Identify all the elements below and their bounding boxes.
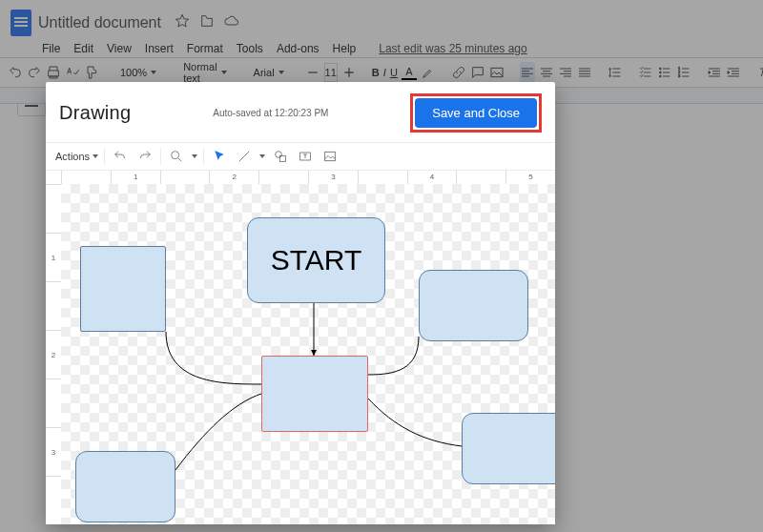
insert-link-icon[interactable]: [451, 62, 466, 83]
checklist-icon[interactable]: [638, 62, 653, 83]
drawing-toolbar: Actions: [46, 142, 555, 171]
save-and-close-button[interactable]: Save and Close: [415, 98, 537, 128]
shape-right-bottom[interactable]: [462, 413, 555, 484]
align-left-icon[interactable]: [520, 62, 535, 83]
align-center-icon[interactable]: [539, 62, 554, 83]
paragraph-style-select[interactable]: Normal text: [177, 62, 232, 83]
shape-left-bottom[interactable]: [75, 451, 175, 522]
zoom-icon[interactable]: [167, 147, 186, 166]
clear-formatting-icon[interactable]: [756, 62, 763, 83]
insert-comment-icon[interactable]: [470, 62, 485, 83]
shape-right-top[interactable]: [419, 270, 528, 341]
actions-menu[interactable]: Actions: [55, 151, 98, 162]
numbered-list-icon[interactable]: 123: [676, 62, 691, 83]
line-spacing-icon[interactable]: [608, 62, 623, 83]
indent-decrease-icon[interactable]: [707, 62, 722, 83]
drawing-title: Drawing: [59, 102, 131, 124]
bullet-list-icon[interactable]: [657, 62, 672, 83]
menu-view[interactable]: View: [107, 42, 132, 55]
menu-tools[interactable]: Tools: [237, 42, 263, 55]
svg-point-1: [659, 68, 661, 70]
image-tool-icon[interactable]: [320, 147, 340, 166]
last-edit-link[interactable]: Last edit was 25 minutes ago: [379, 42, 526, 55]
textbox-tool-icon[interactable]: [296, 147, 315, 166]
svg-point-3: [659, 75, 661, 77]
align-justify-icon[interactable]: [577, 62, 592, 83]
underline-icon[interactable]: U: [390, 62, 398, 83]
cloud-status-icon[interactable]: [224, 13, 239, 32]
star-icon[interactable]: [175, 13, 190, 32]
font-size-increase[interactable]: [341, 62, 357, 83]
svg-rect-0: [491, 68, 503, 76]
undo-icon[interactable]: [8, 62, 23, 83]
insert-image-icon[interactable]: [489, 62, 505, 83]
svg-point-8: [276, 152, 282, 158]
font-size-input[interactable]: 11: [324, 63, 338, 82]
redo-icon[interactable]: [135, 147, 155, 166]
docs-logo[interactable]: [8, 6, 34, 40]
save-close-highlight: Save and Close: [410, 93, 542, 133]
drawing-vertical-ruler[interactable]: 123: [46, 184, 62, 524]
svg-rect-11: [325, 152, 336, 160]
menu-file[interactable]: File: [42, 42, 60, 55]
move-icon[interactable]: [199, 13, 215, 32]
menu-bar: File Edit View Insert Format Tools Add-o…: [0, 40, 763, 57]
indent-increase-icon[interactable]: [726, 62, 741, 83]
drawing-canvas[interactable]: START: [61, 184, 555, 524]
select-tool-icon[interactable]: [210, 147, 229, 166]
font-size-decrease[interactable]: [305, 62, 320, 83]
zoom-select[interactable]: 100%: [114, 62, 162, 83]
drawing-horizontal-ruler[interactable]: 12345: [61, 171, 555, 185]
drawing-dialog: Drawing Auto-saved at 12:20:23 PM Save a…: [46, 82, 555, 524]
svg-point-2: [659, 72, 661, 73]
shape-start[interactable]: START: [247, 217, 385, 303]
menu-edit[interactable]: Edit: [73, 42, 93, 55]
align-right-icon[interactable]: [558, 62, 573, 83]
bold-icon[interactable]: B: [372, 62, 380, 83]
menu-help[interactable]: Help: [333, 42, 357, 55]
menu-format[interactable]: Format: [187, 42, 223, 55]
menu-insert[interactable]: Insert: [145, 42, 174, 55]
autosave-status: Auto-saved at 12:20:23 PM: [213, 108, 328, 118]
font-select[interactable]: Arial: [248, 62, 290, 83]
svg-text:3: 3: [678, 73, 681, 78]
paint-format-icon[interactable]: [84, 62, 99, 83]
highlight-color-icon[interactable]: [421, 62, 436, 83]
shape-left-top[interactable]: [80, 246, 166, 332]
line-tool-icon[interactable]: [235, 147, 254, 166]
redo-icon[interactable]: [27, 62, 42, 83]
print-icon[interactable]: [46, 62, 61, 83]
text-color-icon[interactable]: A: [402, 62, 417, 83]
svg-point-7: [172, 152, 179, 159]
undo-icon[interactable]: [111, 147, 130, 166]
document-title[interactable]: Untitled document: [38, 14, 161, 31]
italic-icon[interactable]: I: [383, 62, 386, 83]
shape-start-label: START: [271, 244, 362, 276]
shape-center-selected[interactable]: [261, 356, 368, 432]
menu-addons[interactable]: Add-ons: [277, 42, 320, 55]
spellcheck-icon[interactable]: [65, 62, 80, 83]
shape-tool-icon[interactable]: [271, 147, 290, 166]
